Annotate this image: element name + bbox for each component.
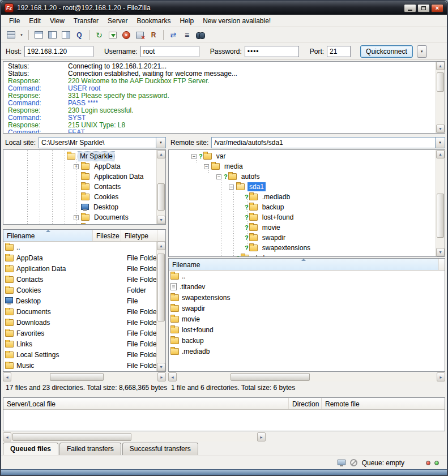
scrollbar-track[interactable] — [11, 432, 257, 441]
scroll-up-button[interactable]: ▲ — [157, 150, 165, 158]
scroll-right-button[interactable]: ► — [257, 432, 266, 441]
local-list-scrollbar[interactable]: ▲ ▼ — [156, 242, 165, 371]
collapse-icon[interactable]: − — [216, 174, 221, 179]
tree-item-dvd[interactable]: ? dvd — [169, 253, 445, 257]
scrollbar-thumb[interactable] — [231, 373, 310, 381]
scroll-left-button[interactable]: ◄ — [3, 432, 11, 441]
tree-item-documents[interactable]: + Documents — [3, 212, 165, 222]
column-header-direction[interactable]: Direction — [289, 398, 322, 409]
tree-item-sda1[interactable]: − sda1 — [169, 182, 445, 192]
toggle-transfer-queue-button[interactable]: Q — [73, 29, 86, 41]
column-header-filesize[interactable]: Filesize — [93, 230, 121, 241]
tree-item-backup[interactable]: ? backup — [169, 202, 445, 212]
maximize-button[interactable] — [417, 4, 430, 12]
local-tree-scrollbar[interactable]: ▲ ▼ — [156, 150, 165, 224]
file-row[interactable]: lost+found — [169, 324, 445, 335]
synchronized-browsing-button[interactable]: ≡ — [181, 29, 193, 41]
quickconnect-button[interactable]: Quickconnect — [360, 45, 413, 58]
file-row[interactable]: DesktopFile — [3, 295, 165, 306]
file-row[interactable]: DocumentsFile Folder — [3, 306, 165, 317]
local-site-combo[interactable]: C:\Users\Mr Sparkle\ ▼ — [39, 137, 166, 148]
tab-queued-files[interactable]: Queued files — [3, 443, 58, 455]
expand-icon[interactable]: + — [74, 164, 79, 169]
remote-site-combo[interactable]: /var/media/autofs/sda1 ▼ — [211, 137, 445, 148]
find-files-button[interactable] — [194, 29, 207, 41]
tree-item-desktop[interactable]: Desktop — [3, 202, 165, 212]
directory-comparison-button[interactable]: ⇄ — [167, 29, 180, 41]
process-queue-button[interactable] — [106, 29, 119, 41]
tree-item-movie[interactable]: ? movie — [169, 222, 445, 233]
combo-dropdown-button[interactable]: ▼ — [156, 138, 165, 148]
scrollbar-thumb[interactable] — [437, 72, 444, 92]
scrollbar-track[interactable] — [436, 70, 445, 125]
tree-item-appdata[interactable]: + AppData — [3, 161, 165, 171]
scroll-right-button[interactable]: ► — [157, 372, 166, 381]
collapse-icon[interactable]: − — [204, 164, 209, 169]
scrollbar-track[interactable] — [436, 158, 445, 248]
remote-tree-scrollbar[interactable]: ▲ ▼ — [436, 150, 445, 256]
menu-edit[interactable]: Edit — [24, 15, 45, 27]
column-header-filename[interactable]: Filename — [169, 259, 439, 270]
scrollbar-track[interactable] — [157, 158, 165, 216]
menu-view[interactable]: View — [45, 15, 69, 27]
site-manager-button[interactable] — [5, 29, 17, 41]
password-input[interactable] — [245, 46, 299, 57]
file-row[interactable]: swapextensions — [169, 292, 445, 303]
column-header-server-local-file[interactable]: Server/Local file — [3, 398, 289, 409]
toggle-local-tree-button[interactable] — [46, 29, 58, 41]
scroll-down-button[interactable]: ▼ — [157, 363, 165, 371]
menu-help[interactable]: Help — [175, 15, 198, 27]
scroll-up-button[interactable]: ▲ — [436, 62, 445, 70]
minimize-button[interactable] — [404, 4, 416, 12]
file-row[interactable]: CookiesFolder — [3, 285, 165, 295]
disconnect-button[interactable] — [134, 29, 146, 41]
scrollbar-thumb[interactable] — [157, 254, 165, 321]
column-header-remote-file[interactable]: Remote file — [322, 398, 445, 409]
close-button[interactable]: × — [431, 4, 443, 12]
scroll-right-button[interactable]: ► — [437, 372, 445, 381]
file-row[interactable]: .titandev — [169, 281, 445, 292]
file-row[interactable]: .. — [169, 271, 445, 281]
log-scrollbar[interactable]: ▲ ▼ — [436, 62, 445, 133]
scroll-down-button[interactable]: ▼ — [436, 125, 445, 133]
file-row[interactable]: LinksFile Folder — [3, 338, 165, 349]
remote-list-hscrollbar[interactable]: ◄ ► — [168, 372, 445, 381]
file-row[interactable]: .. — [3, 242, 165, 252]
cancel-operation-button[interactable]: × — [120, 29, 133, 41]
file-row[interactable]: MusicFile Folder — [3, 360, 165, 371]
scrollbar-track[interactable] — [157, 250, 165, 363]
scrollbar-track[interactable] — [177, 372, 437, 381]
menu-transfer[interactable]: Transfer — [69, 15, 103, 27]
combo-dropdown-button[interactable]: ▼ — [435, 138, 445, 148]
scroll-down-button[interactable]: ▼ — [157, 216, 165, 224]
scroll-left-button[interactable]: ◄ — [168, 372, 177, 381]
tree-item-mr-sparkle[interactable]: Mr Sparkle — [3, 151, 165, 161]
host-input[interactable] — [24, 46, 93, 57]
file-row[interactable]: swapdir — [169, 303, 445, 314]
menu-new-version-notice[interactable]: New version available! — [198, 15, 275, 27]
port-input[interactable] — [327, 46, 351, 57]
file-row[interactable]: backup — [169, 335, 445, 346]
scrollbar-thumb[interactable] — [50, 373, 104, 381]
toggle-remote-tree-button[interactable] — [59, 29, 72, 41]
menu-server[interactable]: Server — [103, 15, 132, 27]
scrollbar-thumb[interactable] — [437, 194, 444, 238]
file-row[interactable]: ContactsFile Folder — [3, 274, 165, 285]
file-row[interactable]: DownloadsFile Folder — [3, 317, 165, 328]
tree-item-swapextensions[interactable]: ? swapextensions — [169, 243, 445, 253]
refresh-button[interactable]: ↻ — [93, 29, 105, 41]
menu-file[interactable]: File — [5, 15, 24, 27]
tree-item-media[interactable]: − media — [169, 161, 445, 171]
tree-item-cookies[interactable]: Cookies — [3, 192, 165, 202]
file-row[interactable]: Local SettingsFile Folder — [3, 349, 165, 360]
scroll-down-button[interactable]: ▼ — [436, 248, 445, 256]
tab-failed-transfers[interactable]: Failed transfers — [59, 443, 121, 455]
tree-item-contacts[interactable]: Contacts — [3, 182, 165, 192]
tree-item-downloads[interactable]: + Downloads — [3, 222, 165, 225]
collapse-icon[interactable]: − — [191, 154, 197, 159]
scroll-up-button[interactable]: ▲ — [436, 150, 445, 158]
tree-item-swapdir[interactable]: ? swapdir — [169, 233, 445, 243]
file-row[interactable]: FavoritesFile Folder — [3, 328, 165, 338]
tree-item-autofs[interactable]: − ? autofs — [169, 171, 445, 182]
local-list-hscrollbar[interactable]: ◄ ► — [3, 372, 166, 381]
